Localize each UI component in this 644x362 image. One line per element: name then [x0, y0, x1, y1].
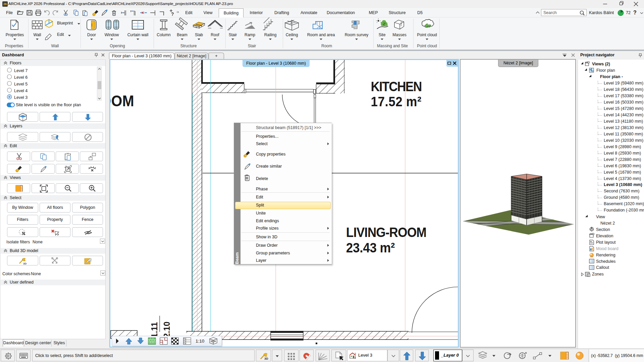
svg-text:1:10: 1:10 [196, 339, 204, 344]
svg-text:17.52 m²: 17.52 m² [371, 94, 421, 109]
svg-text:2.10: 2.10 [162, 321, 171, 338]
svg-text:KITCHEN: KITCHEN [371, 79, 422, 94]
svg-text:3D: 3D [264, 357, 268, 360]
svg-text:23.43 m²: 23.43 m² [346, 240, 395, 255]
svg-text:LIVING-ROOM: LIVING-ROOM [346, 225, 427, 240]
svg-text:2: 2 [355, 352, 356, 355]
svg-text:1.11: 1.11 [150, 322, 159, 338]
svg-text:2: 2 [588, 274, 589, 277]
svg-text:1: 1 [355, 356, 356, 359]
svg-text:OOM: OOM [110, 92, 134, 109]
svg-text:3D: 3D [23, 262, 26, 265]
svg-text:?: ? [171, 11, 174, 16]
